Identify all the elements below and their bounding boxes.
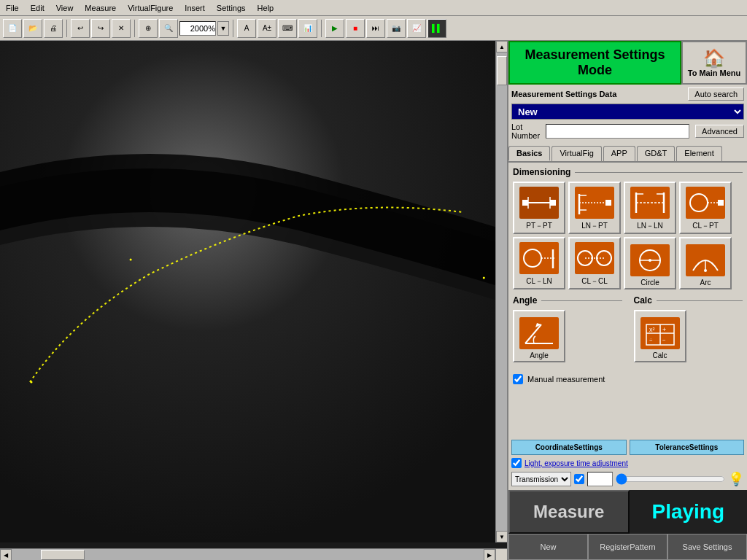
save-settings-button[interactable]: Save Settings [667, 534, 747, 560]
angle-button[interactable]: Angle [513, 310, 565, 362]
scroll-handle[interactable] [497, 56, 507, 85]
zoom-fit-button[interactable]: ⊕ [139, 19, 158, 38]
toolbar-separator-4 [321, 20, 322, 37]
measure-button[interactable]: Measure [508, 490, 630, 534]
toolbar-separator-1 [66, 20, 67, 37]
ln-ln-svg [630, 187, 670, 219]
home-icon: 🏠 [703, 48, 725, 69]
graph-button[interactable]: 📈 [407, 19, 426, 38]
ln-pt-button[interactable]: LN－PT [568, 182, 621, 234]
capture-button[interactable]: 📷 [387, 19, 406, 38]
ln-ln-label: LN－LN [637, 221, 663, 231]
stop-button[interactable]: ■ [346, 19, 365, 38]
dimensioning-line [575, 172, 743, 173]
calc-header: Calc [634, 295, 743, 306]
svg-text:+: + [662, 326, 666, 333]
calc-tools: x² + ÷ − Calc [634, 310, 743, 362]
tab-virtualfig[interactable]: VirtualFig [551, 146, 601, 161]
print-button[interactable]: 🖨 [44, 19, 63, 38]
new-file-button[interactable]: 📄 [3, 19, 22, 38]
transmission-slider[interactable] [616, 474, 725, 484]
advanced-button[interactable]: Advanced [695, 125, 744, 138]
transmission-row: Transmission 0% 💡 [511, 471, 744, 487]
auto-search-button[interactable]: Auto search [688, 88, 744, 101]
scroll-up-button[interactable]: ▲ [496, 41, 507, 52]
svg-point-1 [30, 381, 32, 384]
redo-button[interactable]: ↪ [91, 19, 110, 38]
menu-file[interactable]: File [0, 2, 25, 14]
menu-view[interactable]: View [50, 2, 80, 14]
tab-app[interactable]: APP [603, 146, 635, 161]
light-adjust-checkbox[interactable] [511, 458, 522, 468]
undo-button[interactable]: ↩ [71, 19, 90, 38]
lot-number-input[interactable] [546, 124, 689, 139]
manual-measurement-checkbox[interactable] [513, 374, 523, 384]
tab-content: Dimensioning [508, 163, 747, 437]
main-menu-button[interactable]: 🏠 To Main Menu [681, 41, 747, 85]
scroll-down-button[interactable]: ▼ [496, 531, 507, 542]
scroll-left-button[interactable]: ◀ [0, 549, 12, 560]
menu-settings[interactable]: Settings [211, 2, 252, 14]
cl-ln-svg [519, 242, 559, 274]
playing-label: Playing [651, 500, 724, 524]
open-file-button[interactable]: 📂 [23, 19, 42, 38]
scroll-right-button[interactable]: ▶ [484, 549, 495, 560]
ln-ln-icon [629, 184, 671, 221]
menu-edit[interactable]: Edit [25, 2, 50, 14]
pt-pt-svg [519, 187, 559, 219]
manual-measurement-label: Manual measurement [527, 375, 605, 384]
pt-pt-button[interactable]: PT－PT [513, 182, 565, 234]
vertical-scrollbar[interactable]: ▲ ▼ [495, 41, 507, 542]
menu-help[interactable]: Help [252, 2, 280, 14]
calc-button[interactable]: x² + ÷ − Calc [634, 310, 686, 362]
transmission-value-input[interactable]: 0% [587, 472, 613, 486]
settings-select[interactable]: New [511, 104, 744, 120]
zoom-in-button[interactable]: 🔍 [159, 19, 178, 38]
lot-number-label: LotNumber [511, 122, 540, 140]
step-button[interactable]: ⏭ [366, 19, 385, 38]
menu-measure[interactable]: Measure [79, 2, 122, 14]
angle-col: Angle [513, 295, 622, 368]
cancel-button[interactable]: ✕ [112, 19, 131, 38]
font-button[interactable]: A [237, 19, 256, 38]
zoom-dropdown-button[interactable]: ▼ [217, 21, 229, 36]
cl-ln-icon [518, 240, 560, 276]
menu-insert[interactable]: Insert [179, 2, 211, 14]
calc-tool-icon: x² + ÷ − [639, 315, 681, 351]
transmission-select[interactable]: Transmission [511, 472, 571, 486]
menu-bar: File Edit View Measure VirtualFigure Ins… [0, 0, 747, 16]
circle-label: Circle [640, 279, 659, 287]
main-menu-label: To Main Menu [688, 69, 741, 77]
keyboard-button[interactable]: ⌨ [278, 19, 297, 38]
zoom-input[interactable] [179, 21, 216, 36]
menu-virtualfigure[interactable]: VirtualFigure [122, 2, 179, 14]
angle-header: Angle [513, 295, 622, 306]
angle-tools: Angle [513, 310, 622, 362]
new-action-button[interactable]: New [508, 534, 588, 560]
chart-button[interactable]: 📊 [298, 19, 317, 38]
circle-button[interactable]: Circle [624, 237, 676, 289]
ln-ln-button[interactable]: LN－LN [624, 182, 676, 234]
bar-button[interactable]: ▌▌ [427, 19, 446, 38]
play-button[interactable]: ▶ [325, 19, 344, 38]
register-pattern-button[interactable]: RegisterPattern [588, 534, 667, 560]
tab-basics[interactable]: Basics [508, 146, 550, 161]
arc-button[interactable]: Arc [679, 237, 732, 289]
cl-ln-button[interactable]: CL－LN [513, 237, 565, 289]
horizontal-scrollbar[interactable]: ◀ ▶ [0, 548, 495, 560]
toolbar-separator-3 [233, 20, 233, 37]
tolerance-settings-button[interactable]: ToleranceSettings [630, 440, 745, 455]
text-button[interactable]: A± [258, 19, 276, 38]
tab-element[interactable]: Element [676, 146, 721, 161]
calc-col: Calc x² [634, 295, 743, 368]
image-area: ▲ ▼ ◀ ▶ [0, 41, 507, 560]
cl-pt-button[interactable]: CL－PT [679, 182, 732, 234]
transmission-checkbox[interactable] [574, 474, 584, 484]
tab-gdt[interactable]: GD&T [637, 146, 676, 161]
svg-text:−: − [662, 337, 666, 343]
cl-cl-button[interactable]: CL－CL [568, 237, 621, 289]
calc-svg: x² + ÷ − [640, 317, 680, 349]
hscroll-handle[interactable] [41, 550, 85, 560]
playing-button[interactable]: Playing [630, 490, 748, 534]
coordinate-settings-button[interactable]: CoordinateSettings [511, 440, 627, 455]
